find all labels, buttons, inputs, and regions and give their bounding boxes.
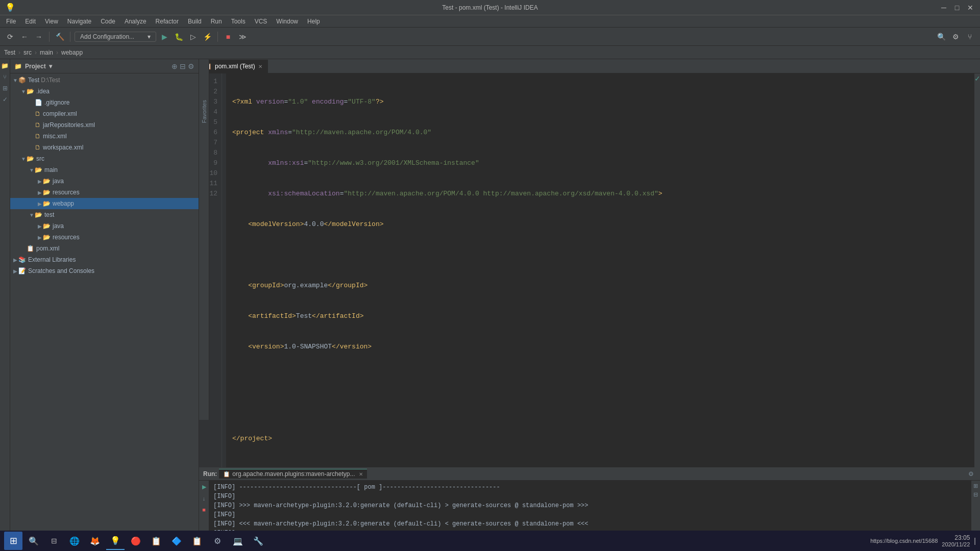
run-button[interactable]: ▶: [158, 31, 170, 43]
commit-icon[interactable]: ⑂: [1, 72, 10, 82]
menu-vcs[interactable]: VCS: [251, 17, 272, 26]
locate-icon[interactable]: ⊕: [172, 62, 178, 70]
tree-item-src[interactable]: ▼ 📂 src: [10, 153, 199, 164]
editor-area: 📋 pom.xml (Test) ✕ 1 2 3 4 5 6 7 8 9: [199, 59, 980, 467]
more-toolbar-actions[interactable]: ≫: [236, 31, 249, 43]
nav-project[interactable]: Test: [4, 49, 15, 56]
taskbar-firefox[interactable]: 🦊: [86, 532, 104, 550]
main-folder-icon: 📂: [35, 166, 42, 173]
menu-refactor[interactable]: Refactor: [152, 17, 183, 26]
nav-src[interactable]: src: [23, 49, 32, 56]
run-with-coverage-button[interactable]: ▷: [187, 31, 199, 43]
taskbar-app-5[interactable]: 📋: [147, 532, 165, 550]
xml-file-icon-misc: 🗋: [35, 133, 41, 140]
stop-button[interactable]: ■: [222, 31, 234, 43]
tree-item-java[interactable]: ▶ 📂 java: [10, 176, 199, 187]
structure-icon[interactable]: ⊞: [1, 84, 10, 93]
close-button[interactable]: ✕: [966, 3, 975, 12]
tree-item-test[interactable]: ▼ 📂 test: [10, 209, 199, 220]
menu-file[interactable]: File: [2, 17, 20, 26]
tree-item-external-libs[interactable]: ▶ 📚 External Libraries: [10, 254, 199, 265]
taskbar-app-4[interactable]: 🔴: [127, 532, 145, 550]
project-panel: 📁 Project ▾ ⊕ ⊟ ⚙ ▼ 📦 Test D:\Test ▼: [10, 59, 199, 540]
menu-window[interactable]: Window: [272, 17, 302, 26]
code-content[interactable]: <?xml version="1.0" encoding="UTF-8"?> <…: [226, 73, 974, 467]
tree-item-resources[interactable]: ▶ 📂 resources: [10, 187, 199, 198]
xml-file-icon-workspace: 🗋: [35, 144, 41, 151]
tree-item-webapp[interactable]: ▶ 📂 webapp: [10, 198, 199, 209]
taskbar-app-10[interactable]: 🔧: [249, 532, 267, 550]
vcs-icon[interactable]: ⑂: [964, 31, 976, 43]
code-editor[interactable]: 1 2 3 4 5 6 7 8 9 10 11 12 <?xml ve: [199, 73, 980, 467]
maximize-button[interactable]: □: [952, 3, 962, 12]
start-button[interactable]: ⊞: [4, 532, 22, 550]
show-desktop-button[interactable]: |: [974, 537, 976, 545]
tree-item-test-root[interactable]: ▼ 📦 Test D:\Test: [10, 74, 199, 86]
forward-icon[interactable]: →: [33, 31, 45, 43]
menu-navigate[interactable]: Navigate: [63, 17, 95, 26]
tree-item-pom-xml[interactable]: ▶ 📋 pom.xml: [10, 243, 199, 254]
menu-edit[interactable]: Edit: [21, 17, 40, 26]
taskbar-app-9[interactable]: 💻: [229, 532, 247, 550]
tree-item-gitignore[interactable]: ▶ 📄 .gitignore: [10, 97, 199, 108]
tree-label-webapp: webapp: [53, 200, 74, 207]
tree-item-test-java[interactable]: ▶ 📂 java: [10, 220, 199, 232]
nav-main[interactable]: main: [40, 49, 53, 56]
collapse-all-icon[interactable]: ⊟: [180, 62, 186, 70]
tree-item-jar-repos-xml[interactable]: ▶ 🗋 jarRepositories.xml: [10, 119, 199, 131]
todo-icon[interactable]: ✓: [1, 95, 10, 104]
nav-webapp[interactable]: webapp: [61, 49, 83, 56]
panel-settings-icon[interactable]: ⚙: [188, 62, 194, 70]
tree-item-idea[interactable]: ▼ 📂 .idea: [10, 86, 199, 97]
menu-help[interactable]: Help: [303, 17, 324, 26]
menu-tools[interactable]: Tools: [227, 17, 250, 26]
menu-code[interactable]: Code: [96, 17, 119, 26]
tree-item-workspace-xml[interactable]: ▶ 🗋 workspace.xml: [10, 142, 199, 153]
tree-item-test-resources[interactable]: ▶ 📂 resources: [10, 232, 199, 243]
taskbar-intellij[interactable]: 💡: [106, 532, 125, 550]
stop-run-button[interactable]: ■: [200, 505, 209, 514]
tree-item-compiler-xml[interactable]: ▶ 🗋 compiler.xml: [10, 108, 199, 119]
scroll-to-end-icon[interactable]: ↓: [200, 494, 209, 503]
profile-button[interactable]: ⚡: [201, 31, 213, 43]
tree-item-misc-xml[interactable]: ▶ 🗋 misc.xml: [10, 131, 199, 142]
menu-run[interactable]: Run: [207, 17, 226, 26]
back-icon[interactable]: ←: [18, 31, 31, 43]
taskbar: ⊞ 🔍 ⊟ 🌐 🦊 💡 🔴 📋 🔷 📋 ⚙: [0, 531, 980, 551]
favorites-label[interactable]: Favorites: [201, 100, 207, 123]
tree-item-scratches[interactable]: ▶ 📝 Scratches and Consoles: [10, 265, 199, 277]
taskbar-app-8[interactable]: ⚙: [208, 532, 227, 550]
project-tree: ▼ 📦 Test D:\Test ▼ 📂 .idea ▶ 📄 .gitignor…: [10, 73, 199, 540]
menu-analyze[interactable]: Analyze: [120, 17, 151, 26]
tree-item-main[interactable]: ▼ 📂 main: [10, 164, 199, 176]
gear-settings-icon[interactable]: ⚙: [966, 469, 976, 479]
console-side-btn-2[interactable]: ⊟: [973, 491, 978, 498]
run-config-selector[interactable]: Add Configuration... ▾: [75, 32, 156, 42]
minimize-button[interactable]: ─: [939, 3, 948, 12]
console-side-btn-1[interactable]: ⊞: [973, 483, 978, 489]
rerun-button[interactable]: ▶: [200, 483, 209, 492]
menu-build[interactable]: Build: [184, 17, 206, 26]
settings-icon[interactable]: ⚙: [949, 31, 962, 43]
project-tool-icon[interactable]: 📁: [1, 61, 10, 70]
task-view-button[interactable]: ⊟: [45, 532, 63, 550]
code-line-9: <version>1.0-SNAPSHOT</version>: [232, 342, 968, 352]
toolbar: ⟳ ← → 🔨 Add Configuration... ▾ ▶ 🐛 ▷ ⚡ ■…: [0, 28, 980, 46]
taskbar-edge[interactable]: 🌐: [65, 532, 84, 550]
taskbar-app-6[interactable]: 🔷: [167, 532, 186, 550]
search-everywhere-icon[interactable]: 🔍: [935, 31, 947, 43]
sync-icon[interactable]: ⟳: [4, 31, 16, 43]
editor-tab-pom[interactable]: 📋 pom.xml (Test) ✕: [199, 60, 268, 73]
tree-label-external-libs: External Libraries: [28, 256, 76, 263]
menu-view[interactable]: View: [41, 17, 62, 26]
run-tab[interactable]: 📋 org.apache.maven.plugins:maven-archety…: [219, 469, 367, 479]
console-line-5: [INFO] <<< maven-archetype-plugin:3.2.0:…: [213, 519, 967, 529]
build-icon[interactable]: 🔨: [54, 31, 66, 43]
taskbar-app-7[interactable]: 📋: [188, 532, 206, 550]
run-tab-label: org.apache.maven.plugins:maven-archetyp.…: [232, 470, 355, 478]
search-taskbar-button[interactable]: 🔍: [24, 532, 43, 550]
tree-label-jar-repos: jarRepositories.xml: [43, 121, 95, 129]
run-tab-close-button[interactable]: ✕: [359, 471, 363, 477]
tab-close-button[interactable]: ✕: [258, 64, 262, 69]
debug-button[interactable]: 🐛: [173, 31, 185, 43]
